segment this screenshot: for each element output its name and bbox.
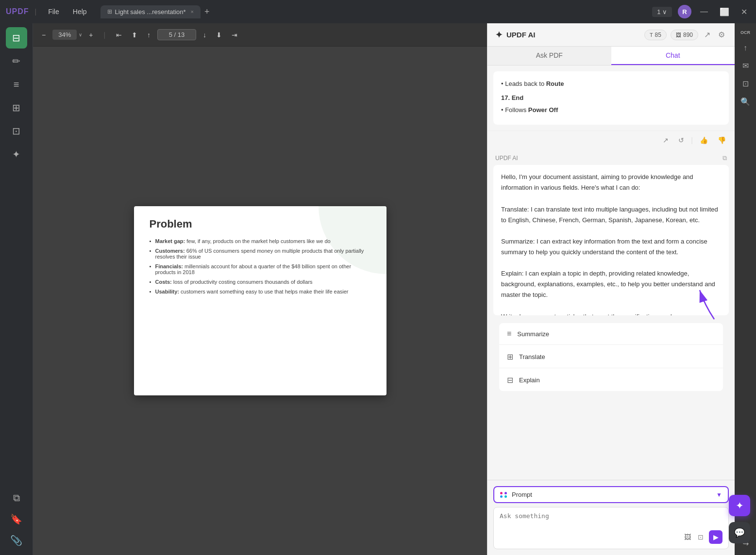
document-tab[interactable]: ⊞ Light sales ...resentation* × — [101, 5, 201, 18]
nav-first-btn[interactable]: ⇤ — [113, 29, 125, 41]
quick-actions-container: ≡ Summarize ⊞ Translate ⊟ Explain — [493, 319, 729, 395]
quick-action-explain[interactable]: ⊟ Explain — [499, 369, 723, 391]
slide-bullet-2: Financials: millennials account for abou… — [150, 263, 371, 275]
settings-btn[interactable]: ⚙ — [716, 28, 727, 41]
quick-action-summarize[interactable]: ≡ Summarize — [499, 323, 723, 345]
ai-header: ✦ UPDF AI T 85 🖼 890 ↗ ⚙ — [487, 23, 735, 47]
dot-4 — [504, 495, 507, 498]
title-bar: UPDF | File Help ⊞ Light sales ...resent… — [0, 0, 756, 23]
translate-icon: ⊞ — [507, 352, 513, 361]
minimize-btn[interactable]: — — [697, 6, 711, 17]
image-credit-count: 890 — [683, 32, 693, 38]
ask-input[interactable] — [500, 512, 722, 527]
pdf-content: Problem Market gap: few, if any, product… — [33, 47, 487, 555]
sidebar-item-document-edit[interactable]: ⊟ — [6, 27, 27, 49]
prompt-selector[interactable]: Prompt ▼ — [493, 486, 729, 503]
sidebar-item-text[interactable]: ≡ — [6, 74, 27, 95]
ai-message: Hello, I'm your document assistant, aimi… — [493, 165, 729, 315]
text-credit-count: 85 — [655, 32, 661, 38]
tab-chat[interactable]: Chat — [611, 47, 735, 65]
external-link-btn[interactable]: ↗ — [660, 135, 672, 146]
ask-input-area: 🖼 ⊡ ▶ — [493, 507, 729, 549]
nav-prev-btn[interactable]: ↑ — [144, 29, 153, 41]
thumbdown-btn[interactable]: 👎 — [715, 135, 729, 146]
nav-last-btn[interactable]: ⇥ — [229, 29, 240, 41]
prompt-left: Prompt — [500, 491, 532, 498]
quick-action-translate[interactable]: ⊞ Translate — [499, 346, 723, 368]
sidebar-item-layers[interactable]: ⧉ — [6, 487, 27, 508]
context-message: Leads back to Route 17. End Follows Powe… — [493, 71, 729, 125]
ocr-btn[interactable]: OCR — [738, 27, 753, 38]
zoom-out-btn[interactable]: − — [39, 29, 49, 41]
context-item-1: Leads back to Route — [501, 79, 721, 89]
tab-ask-pdf[interactable]: Ask PDF — [487, 47, 611, 65]
menu-file[interactable]: File — [42, 6, 65, 17]
sidebar-item-signature[interactable]: ✦ — [6, 144, 27, 165]
menu-help[interactable]: Help — [67, 6, 93, 17]
send-btn[interactable]: ▶ — [709, 530, 722, 544]
title-bar-right: 1 ∨ R — ⬜ ✕ — [652, 5, 750, 18]
updf-ai-text: UPDF AI — [495, 155, 518, 162]
zoom-dropdown-icon[interactable]: ∨ — [79, 32, 82, 37]
nav-next-btn[interactable]: ↓ — [200, 29, 209, 41]
tab-close-btn[interactable]: × — [191, 9, 194, 15]
nav-prev-fast-btn[interactable]: ⬆ — [129, 29, 140, 41]
summarize-label: Summarize — [517, 330, 549, 338]
pdf-toolbar: − ∨ + | ⇤ ⬆ ↑ ↓ ⬇ ⇥ — [33, 23, 487, 47]
close-btn[interactable]: ✕ — [738, 6, 750, 17]
thumbup-btn[interactable]: 👍 — [697, 135, 711, 146]
upload-btn[interactable]: ↑ — [740, 41, 750, 55]
copy-btn[interactable]: ⧉ — [722, 154, 727, 162]
sidebar-item-stamp[interactable]: ⊡ — [6, 120, 27, 142]
right-search-btn[interactable]: 🔍 — [738, 94, 753, 109]
image-upload-btn[interactable]: 🖼 — [683, 532, 692, 542]
screenshot-btn[interactable]: ⊡ — [696, 532, 705, 542]
dot-3 — [500, 495, 503, 498]
nav-next-fast-btn[interactable]: ⬇ — [213, 29, 225, 41]
tab-area: ⊞ Light sales ...resentation* × + — [101, 5, 649, 18]
sidebar-bottom: ⧉ 🔖 📎 — [6, 487, 27, 551]
ai-title-text: UPDF AI — [506, 31, 535, 39]
mail-btn[interactable]: ✉ — [739, 58, 752, 73]
updf-ai-label-row: UPDF AI ⧉ — [487, 149, 735, 165]
image-credit-icon: 🖼 — [676, 32, 681, 38]
sidebar-item-bookmark[interactable]: 🔖 — [6, 508, 27, 530]
new-tab-btn[interactable]: + — [204, 7, 210, 17]
quick-actions-list: ≡ Summarize ⊞ Translate ⊟ Explain — [499, 323, 723, 391]
refresh-btn[interactable]: ↺ — [675, 135, 687, 146]
explain-label: Explain — [519, 376, 540, 384]
save-btn[interactable]: ⊡ — [739, 76, 752, 91]
summarize-icon: ≡ — [507, 329, 511, 338]
floating-ai-btn[interactable]: ✦ — [729, 495, 750, 516]
sidebar-item-pages[interactable]: ⊞ — [6, 97, 27, 118]
share-btn[interactable]: ↗ — [702, 28, 712, 41]
page-indicator: 1 ∨ — [652, 7, 672, 17]
ask-input-actions: 🖼 ⊡ ▶ — [500, 530, 722, 544]
ai-tabs: Ask PDF Chat — [487, 47, 735, 65]
dot-2 — [504, 492, 507, 494]
page-nav — [157, 29, 196, 40]
tab-label: Light sales ...resentation* — [115, 8, 186, 16]
slide-bullet-3: Costs: loss of productivity costing cons… — [150, 279, 371, 285]
text-credit-badge: T 85 — [644, 30, 667, 40]
maximize-btn[interactable]: ⬜ — [717, 6, 732, 17]
page-input[interactable] — [157, 29, 196, 40]
app-logo: UPDF — [6, 7, 29, 16]
sidebar-item-pencil[interactable]: ✏ — [6, 50, 27, 72]
pdf-area: − ∨ + | ⇤ ⬆ ↑ ↓ ⬇ ⇥ Problem Market gap: … — [33, 23, 487, 555]
floating-chat-btn[interactable]: 💬 — [729, 522, 750, 543]
sidebar-item-paperclip[interactable]: 📎 — [6, 530, 27, 551]
ai-credits: T 85 🖼 890 ↗ ⚙ — [644, 28, 727, 41]
left-sidebar: ⊟ ✏ ≡ ⊞ ⊡ ✦ ⧉ 🔖 📎 — [0, 23, 33, 555]
context-section-17: 17. End — [501, 93, 721, 103]
ai-message-text: Hello, I'm your document assistant, aimi… — [501, 173, 718, 315]
right-edge: OCR ↑ ✉ ⊡ 🔍 ↩ ↪ — [735, 23, 756, 555]
menu-bar: File Help — [42, 6, 92, 17]
zoom-display: ∨ — [52, 30, 82, 40]
ai-title: ✦ UPDF AI — [495, 30, 535, 40]
zoom-input[interactable] — [52, 30, 77, 40]
avatar[interactable]: R — [678, 5, 691, 18]
pdf-slide: Problem Market gap: few, if any, product… — [134, 206, 386, 395]
ai-logo-icon: ✦ — [495, 30, 503, 40]
zoom-in-btn[interactable]: + — [86, 29, 96, 41]
